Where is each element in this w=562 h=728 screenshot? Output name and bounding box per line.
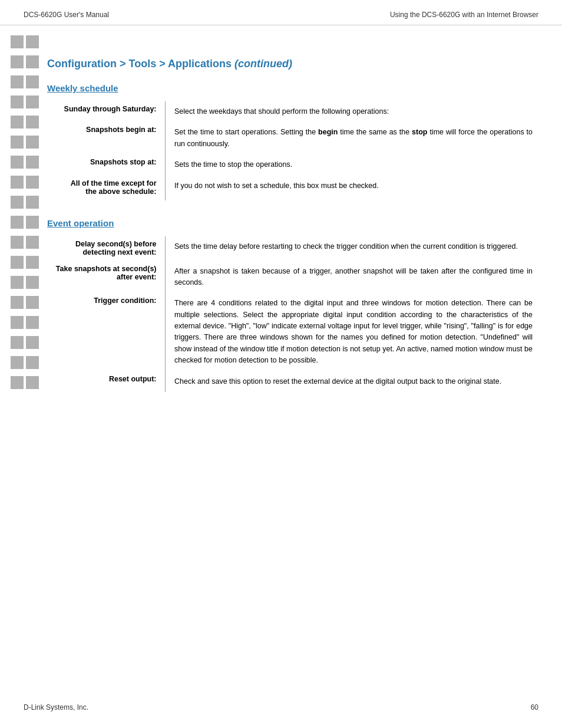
thumb-pair [11,216,39,229]
label-reset-output: Reset output: [47,371,165,392]
thumb-box [11,336,24,349]
thumb-box [26,336,39,349]
thumb-box [26,55,39,68]
header-left: DCS-6620G User's Manual [24,11,109,19]
footer-left: D-Link Systems, Inc. [24,703,88,711]
page-footer: D-Link Systems, Inc. 60 [24,703,538,711]
thumb-pair [11,376,39,389]
thumb-box [11,75,24,88]
thumb-box [11,156,24,169]
thumb-pair [11,35,39,48]
thumb-box [11,356,24,369]
label-trigger-condition: Trigger condition: [47,293,165,371]
event-operation-table: Delay second(s) beforedetecting next eve… [47,236,538,392]
thumb-pair [11,156,39,169]
desc-delay-seconds: Sets the time delay before restarting to… [166,236,538,261]
thumb-box [11,236,24,249]
desc-trigger-condition: There are 4 conditions related to the di… [166,293,538,371]
thumb-box [26,95,39,108]
left-thumbnails [11,35,39,394]
thumb-box [11,95,24,108]
table-row: Trigger condition: There are 4 condition… [47,293,538,371]
footer-right: 60 [531,703,538,711]
label-snapshots-stop: Snapshots stop at: [47,154,165,175]
desc-snapshots-stop: Sets the time to stop the operations. [166,154,538,175]
table-row: All of the time except forthe above sche… [47,176,538,200]
thumb-box [26,156,39,169]
thumb-box [26,276,39,289]
thumb-box [11,296,24,309]
page-title-continued: (continued) [234,58,292,70]
thumb-box [26,136,39,149]
table-row: Snapshots stop at: Sets the time to stop… [47,154,538,175]
weekly-schedule-table: Sunday through Saturday: Select the week… [47,101,538,200]
thumb-pair [11,316,39,329]
thumb-pair [11,136,39,149]
thumb-box [26,35,39,48]
thumb-pair [11,356,39,369]
label-sunday-saturday: Sunday through Saturday: [47,101,165,122]
desc-reset-output: Check and save this option to reset the … [166,371,538,392]
thumb-pair [11,116,39,129]
thumb-box [26,356,39,369]
section-event-operation: Event operation Delay second(s) beforede… [47,218,538,392]
thumb-pair [11,296,39,309]
thumb-box [11,176,24,189]
thumb-box [26,236,39,249]
thumb-box [26,116,39,129]
thumb-pair [11,95,39,108]
main-content: Configuration > Tools > Applications (co… [47,25,538,392]
thumb-box [26,216,39,229]
thumb-box [11,136,24,149]
thumb-pair [11,256,39,269]
thumb-pair [11,336,39,349]
section-heading-weekly: Weekly schedule [47,83,538,93]
table-row: Snapshots begin at: Set the time to star… [47,122,538,154]
thumb-box [26,296,39,309]
thumb-box [26,316,39,329]
thumb-box [11,55,24,68]
thumb-box [11,276,24,289]
thumb-pair [11,196,39,209]
header-right: Using the DCS-6620G with an Internet Bro… [390,11,538,19]
thumb-box [11,216,24,229]
table-row: Take snapshots at second(s)after event: … [47,261,538,294]
thumb-box [26,75,39,88]
label-delay-seconds: Delay second(s) beforedetecting next eve… [47,236,165,261]
desc-take-snapshots: After a snapshot is taken because of a t… [166,261,538,294]
thumb-box [11,376,24,389]
thumb-box [11,316,24,329]
label-take-snapshots: Take snapshots at second(s)after event: [47,261,165,294]
thumb-box [11,256,24,269]
thumb-pair [11,236,39,249]
thumb-box [26,176,39,189]
desc-all-time: If you do not wish to set a schedule, th… [166,176,538,200]
thumb-pair [11,55,39,68]
thumb-pair [11,75,39,88]
section-heading-event: Event operation [47,218,538,228]
thumb-box [26,376,39,389]
thumb-pair [11,276,39,289]
thumb-box [11,196,24,209]
desc-snapshots-begin: Set the time to start operations. Settin… [166,122,538,154]
thumb-box [26,196,39,209]
thumb-box [26,256,39,269]
thumb-box [11,35,24,48]
table-row: Delay second(s) beforedetecting next eve… [47,236,538,261]
thumb-box [11,116,24,129]
label-snapshots-begin: Snapshots begin at: [47,122,165,154]
page-title: Configuration > Tools > Applications (co… [47,58,538,70]
table-row: Sunday through Saturday: Select the week… [47,101,538,122]
desc-sunday-saturday: Select the weekdays that should perform … [166,101,538,122]
thumb-pair [11,176,39,189]
section-weekly-schedule: Weekly schedule Sunday through Saturday:… [47,83,538,200]
table-row: Reset output: Check and save this option… [47,371,538,392]
page-title-main: Configuration > Tools > Applications [47,58,232,70]
page-container: DCS-6620G User's Manual Using the DCS-66… [0,0,562,728]
label-all-time: All of the time except forthe above sche… [47,176,165,200]
page-header: DCS-6620G User's Manual Using the DCS-66… [0,0,562,25]
